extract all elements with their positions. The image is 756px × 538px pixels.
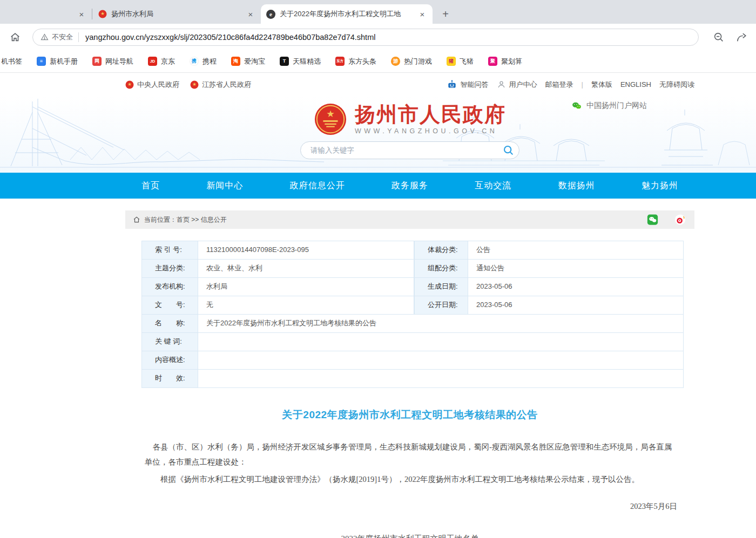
new-tab-button[interactable]: +: [438, 6, 453, 22]
bookmark-item[interactable]: 机书签: [1, 57, 22, 66]
link-jiangsu-government[interactable]: ★ 江苏省人民政府: [190, 80, 251, 90]
link-smart-qa[interactable]: 智能问答: [447, 79, 489, 90]
meta-label: 索 引 号:: [141, 241, 198, 259]
meta-row: 名 称: 关于2022年度扬州市水利工程文明工地考核结果的公告: [141, 315, 684, 333]
bookmark-label: 天猫精选: [293, 57, 321, 66]
bookmark-item[interactable]: ≡ 新机手册: [37, 57, 78, 66]
browser-address-bar: 不安全 yangzhou.gov.cn/yzszxxgk/slj/202305/…: [0, 24, 756, 50]
browser-tab-active-announcement[interactable]: e 关于2022年度扬州市水利工程文明工地 ×: [261, 4, 433, 24]
url-field[interactable]: 不安全 yangzhou.gov.cn/yzszxxgk/slj/202305/…: [32, 29, 699, 46]
article-body: 各县（市、区）水利（务）局，扬州经济开发区城乡事务管理局，生态科技新城规划建设局…: [125, 440, 694, 538]
bookmark-item[interactable]: 携 携程: [190, 57, 217, 66]
meta-value: 2023-05-06: [468, 296, 684, 314]
meta-value: 通知公告: [468, 260, 684, 277]
nav-item-info-disclosure[interactable]: 政府信息公开: [290, 180, 345, 192]
wechat-share-icon[interactable]: [647, 214, 658, 226]
portal-label: 中国扬州门户网站: [586, 101, 647, 111]
page-url[interactable]: yangzhou.gov.cn/yzszxxgk/slj/202305/210c…: [85, 33, 375, 42]
gov-link-label: 繁体版: [591, 80, 612, 90]
bookmark-item[interactable]: 网 网址导航: [92, 57, 133, 66]
bookmark-favicon: T: [280, 57, 289, 66]
tab-close-icon[interactable]: ×: [417, 9, 427, 19]
security-warning-icon[interactable]: [40, 33, 49, 41]
meta-row: 索 引 号: 11321000014407098E-2023-095 体裁分类:…: [141, 241, 684, 260]
meta-value: [198, 333, 684, 351]
meta-row: 内容概述:: [141, 351, 684, 370]
meta-value: [198, 370, 684, 387]
home-button-icon[interactable]: [9, 31, 22, 44]
tab-close-icon[interactable]: ×: [246, 9, 255, 19]
gov-link-label: 邮箱登录: [545, 80, 573, 90]
gov-link-label: 无障碍阅读: [659, 80, 694, 90]
bookmark-label: 网址导航: [105, 57, 133, 66]
address-divider: [78, 32, 79, 42]
meta-label: 体裁分类:: [414, 241, 468, 259]
meta-value: 11321000014407098E-2023-095: [198, 241, 414, 259]
site-banner: ★ 扬州市人民政府 WWW.YANGZHOU.GOV.CN 中国扬州门户网站: [0, 96, 756, 173]
bookmark-label: 京东: [161, 57, 175, 66]
search-input[interactable]: [310, 146, 500, 154]
bookmark-item[interactable]: 游 热门游戏: [391, 57, 432, 66]
link-accessibility[interactable]: 无障碍阅读: [659, 80, 694, 90]
site-search-box: [300, 141, 519, 159]
bookmark-item[interactable]: 淘 爱淘宝: [231, 57, 265, 66]
bookmark-item[interactable]: 猪 飞猪: [447, 57, 474, 66]
tab-close-icon[interactable]: ×: [77, 9, 86, 19]
meta-row: 文 号: 无 公开日期: 2023-05-06: [141, 296, 684, 315]
link-traditional-chinese[interactable]: 繁体版: [591, 80, 612, 90]
bookmark-label: 机书签: [1, 57, 22, 66]
search-button[interactable]: [500, 142, 517, 159]
browser-tab-leftmost[interactable]: ×: [0, 4, 92, 24]
home-icon: [133, 216, 140, 223]
meta-label: 组配分类:: [414, 260, 468, 277]
bookmark-label: 热门游戏: [404, 57, 432, 66]
nav-item-interaction[interactable]: 互动交流: [475, 180, 511, 192]
bookmark-item[interactable]: T 天猫精选: [280, 57, 321, 66]
bookmark-favicon: JD: [148, 57, 157, 66]
gov-link-label: 用户中心: [509, 80, 537, 90]
site-name: 扬州市人民政府: [355, 104, 506, 126]
meta-row: 发布机构: 水利局 生成日期: 2023-05-06: [141, 278, 684, 296]
site-favicon: e: [266, 10, 275, 19]
tab-title: 关于2022年度扬州市水利工程文明工地: [280, 9, 413, 19]
share-icon[interactable]: [735, 31, 747, 43]
zoom-out-icon[interactable]: [713, 31, 725, 43]
meta-value: 无: [198, 296, 414, 314]
nav-item-home[interactable]: 首页: [141, 180, 160, 192]
article-title: 关于2022年度扬州市水利工程文明工地考核结果的公告: [125, 408, 694, 422]
site-logo[interactable]: ★ 扬州市人民政府 WWW.YANGZHOU.GOV.CN: [314, 103, 506, 136]
bookmark-item[interactable]: 东方 东方头条: [335, 57, 376, 66]
svg-text:★: ★: [100, 11, 105, 16]
user-icon: [497, 80, 506, 89]
portal-link[interactable]: 中国扬州门户网站: [571, 100, 647, 111]
meta-row: 时 效:: [141, 370, 684, 388]
meta-value: [198, 351, 684, 369]
meta-label: 生成日期:: [414, 278, 468, 296]
link-user-center[interactable]: 用户中心: [497, 80, 537, 90]
link-mail-login[interactable]: 邮箱登录: [545, 80, 573, 90]
meta-value: 关于2022年度扬州市水利工程文明工地考核结果的公告: [198, 315, 684, 332]
bookmark-favicon: 淘: [231, 57, 240, 66]
nav-item-data[interactable]: 数据扬州: [558, 180, 595, 192]
gov-link-label: 智能问答: [461, 80, 489, 90]
gov-top-bar: ★ 中央人民政府 ★ 江苏省人民政府 智能问答 用户中心 邮箱登录 | 繁体版 …: [0, 73, 756, 96]
nav-item-charm[interactable]: 魅力扬州: [642, 180, 678, 192]
bookmark-favicon: 聚: [488, 57, 497, 66]
bookmark-label: 爱淘宝: [244, 57, 265, 66]
national-emblem-icon: ★: [125, 80, 134, 89]
bookmark-item[interactable]: JD 京东: [148, 57, 175, 66]
bookmark-favicon: 猪: [447, 57, 456, 66]
weibo-share-icon[interactable]: [674, 214, 686, 226]
browser-tab-shuiliju[interactable]: ★ 扬州市水利局 ×: [92, 4, 261, 24]
link-english[interactable]: ENGLISH: [620, 80, 651, 88]
robot-icon: [447, 79, 457, 90]
meta-label: 名 称:: [141, 315, 198, 332]
nav-item-news[interactable]: 新闻中心: [206, 180, 243, 192]
bookmark-item[interactable]: 聚 聚划算: [488, 57, 522, 66]
meta-label: 时 效:: [141, 370, 198, 387]
link-central-government[interactable]: ★ 中央人民政府: [125, 80, 179, 90]
meta-value: 水利局: [198, 278, 414, 296]
breadcrumb-text[interactable]: 当前位置：首页 >> 信息公开: [144, 215, 227, 224]
meta-label: 发布机构:: [141, 278, 198, 296]
nav-item-services[interactable]: 政务服务: [392, 180, 428, 192]
